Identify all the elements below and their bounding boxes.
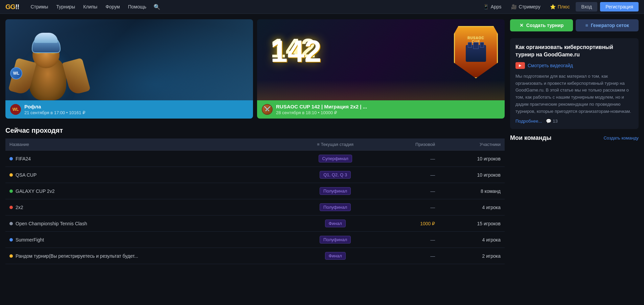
youtube-icon	[515, 62, 525, 69]
featured-banners: WL WL Рофла 21 сентября в 17:00 • 10161 …	[5, 19, 505, 119]
create-tournament-label: Создать турнир	[526, 23, 564, 28]
banner-rusaoc-title: RUSAOC CUP 142 | Миграция 2x2 | ...	[276, 104, 500, 109]
stage-badge: Финал	[325, 220, 346, 227]
article-card: Как организовать киберспортивный турнир …	[510, 38, 639, 129]
stage-badge: Полуфинал	[320, 236, 351, 244]
create-team-link[interactable]: Создать команду	[603, 135, 639, 141]
tournaments-table: Название ≡ Текущая стадия Призовой Участ…	[5, 138, 505, 264]
stage-badge: Q1, Q2, Q 3	[320, 171, 351, 179]
game-dot	[9, 189, 13, 193]
nav-clips[interactable]: Клипы	[80, 3, 101, 11]
participants-count: 8 команд	[481, 188, 501, 194]
prize-value: —	[430, 237, 435, 243]
participants-count: 15 игроков	[477, 221, 501, 226]
grid-icon: ≡	[585, 23, 588, 28]
banner-rusaoc-meta: 28 сентября в 18:10 • 10000 ₽	[276, 110, 500, 115]
plus-link[interactable]: ⭐ Плюс	[547, 3, 573, 11]
site-logo[interactable]: GG!!	[5, 3, 19, 11]
apps-link[interactable]: 📱 Apps	[480, 3, 505, 11]
table-row[interactable]: FIFA24 Суперфинал — 10 игроков	[5, 151, 505, 167]
teams-title: Мои команды	[510, 134, 551, 142]
nav-help[interactable]: Помощь	[124, 3, 150, 11]
stage-badge: Финал	[325, 252, 346, 260]
streamer-label: Стримеру	[519, 4, 540, 9]
stage-badge: Суперфинал	[319, 155, 352, 162]
navbar: GG!! Стримы Турниры Клипы Форум Помощь 🔍…	[0, 0, 644, 14]
table-row[interactable]: QSA CUP Q1, Q2, Q 3 — 10 игроков	[5, 167, 505, 183]
participants-count: 10 игроков	[477, 156, 501, 161]
my-teams-section: Мои команды Создать команду	[510, 134, 639, 142]
register-button[interactable]: Регистрация	[600, 2, 639, 11]
tournament-name: GALAXY CUP 2v2	[16, 188, 54, 194]
plus-label: Плюс	[558, 4, 570, 9]
tournament-name: 2x2	[16, 205, 23, 210]
th-name: Название	[5, 138, 289, 151]
streamer-link[interactable]: 🎥 Стримеру	[508, 3, 544, 11]
main-container: WL WL Рофла 21 сентября в 17:00 • 10161 …	[0, 14, 644, 270]
search-button[interactable]: 🔍	[151, 2, 163, 11]
banner-rofla[interactable]: WL WL Рофла 21 сентября в 17:00 • 10161 …	[5, 19, 253, 119]
game-dot	[9, 254, 13, 258]
banner-rofla-footer: WL Рофла 21 сентября в 17:00 • 10161 ₽	[5, 100, 253, 119]
game-dot	[9, 238, 13, 242]
banner-rusaoc[interactable]: 142 RUSAOC CUP	[257, 19, 505, 119]
participants-count: 4 игрока	[482, 205, 501, 210]
tournament-name: Рандом турнир(Вы регистрируетесь и резул…	[16, 253, 138, 259]
stage-badge: Полуфинал	[320, 203, 351, 211]
prize-value: —	[430, 205, 435, 210]
login-button[interactable]: Вход	[576, 2, 597, 11]
main-nav: Стримы Турниры Клипы Форум Помощь 🔍	[27, 2, 479, 11]
th-participants: Участники	[439, 138, 505, 151]
action-buttons: ✕ Создать турнир ≡ Генератор сеток	[510, 19, 639, 31]
article-footer: Подробнее... 💬 13	[515, 119, 633, 124]
prize-value: —	[430, 188, 435, 194]
nav-tournaments[interactable]: Турниры	[53, 3, 78, 11]
table-row[interactable]: GALAXY CUP 2v2 Полуфинал — 8 команд	[5, 183, 505, 199]
th-stage: ≡ Текущая стадия	[289, 138, 382, 151]
article-more-link[interactable]: Подробнее...	[515, 119, 542, 124]
table-row[interactable]: Open Championship Tennis Clash Финал 100…	[5, 215, 505, 232]
monitor-icon: 📱	[483, 4, 489, 9]
camera-icon: 🎥	[511, 4, 517, 9]
participants-count: 4 игрока	[482, 237, 501, 243]
participants-count: 2 игрока	[482, 253, 501, 259]
game-dot	[9, 173, 13, 177]
comments-count: 13	[553, 119, 557, 124]
nav-forum[interactable]: Форум	[102, 3, 123, 11]
banner-rusaoc-footer: ⚔️ RUSAOC CUP 142 | Миграция 2x2 | ... 2…	[257, 100, 505, 119]
wc3-game-icon: WL	[10, 104, 21, 115]
grid-generator-label: Генератор сеток	[591, 23, 629, 28]
prize-value: —	[430, 253, 435, 259]
grid-generator-button[interactable]: ≡ Генератор сеток	[576, 19, 639, 31]
tournament-name: SummerFight	[16, 237, 44, 243]
stage-badge: Полуфинал	[320, 187, 351, 195]
tournament-name: Open Championship Tennis Clash	[16, 221, 87, 226]
table-row[interactable]: SummerFight Полуфинал — 4 игрока	[5, 232, 505, 248]
section-now-title: Сейчас проходят	[5, 127, 505, 134]
video-link[interactable]: Смотреть видеогайд	[515, 62, 633, 69]
create-tournament-button[interactable]: ✕ Создать турнир	[510, 19, 573, 31]
comment-icon: 💬	[546, 119, 551, 124]
th-prize: Призовой	[382, 138, 439, 151]
game-dot	[9, 157, 13, 160]
nav-streams[interactable]: Стримы	[27, 3, 51, 11]
navbar-right: 📱 Apps 🎥 Стримеру ⭐ Плюс Вход Регистраци…	[480, 2, 639, 11]
prize-value: —	[430, 172, 435, 178]
table-row[interactable]: Рандом турнир(Вы регистрируетесь и резул…	[5, 248, 505, 264]
video-link-text[interactable]: Смотреть видеогайд	[528, 63, 573, 68]
table-row[interactable]: 2x2 Полуфинал — 4 игрока	[5, 199, 505, 215]
article-comments: 💬 13	[546, 119, 557, 124]
article-title: Как организовать киберспортивный турнир …	[515, 44, 633, 59]
tournament-name: FIFA24	[16, 156, 31, 161]
aoc-game-icon: ⚔️	[262, 104, 273, 115]
star-icon: ⭐	[550, 4, 556, 9]
table-header-row: Название ≡ Текущая стадия Призовой Участ…	[5, 138, 505, 151]
article-body: Мы подготовили для вас материал о том, к…	[515, 73, 633, 115]
apps-label: Apps	[491, 4, 502, 9]
tournament-name: QSA CUP	[16, 172, 37, 178]
game-dot	[9, 222, 13, 225]
prize-value: —	[430, 156, 435, 161]
banner-rofla-title: Рофла	[24, 104, 248, 109]
banner-rofla-meta: 21 сентября в 17:00 • 10161 ₽	[24, 110, 248, 115]
participants-count: 10 игроков	[477, 172, 501, 178]
